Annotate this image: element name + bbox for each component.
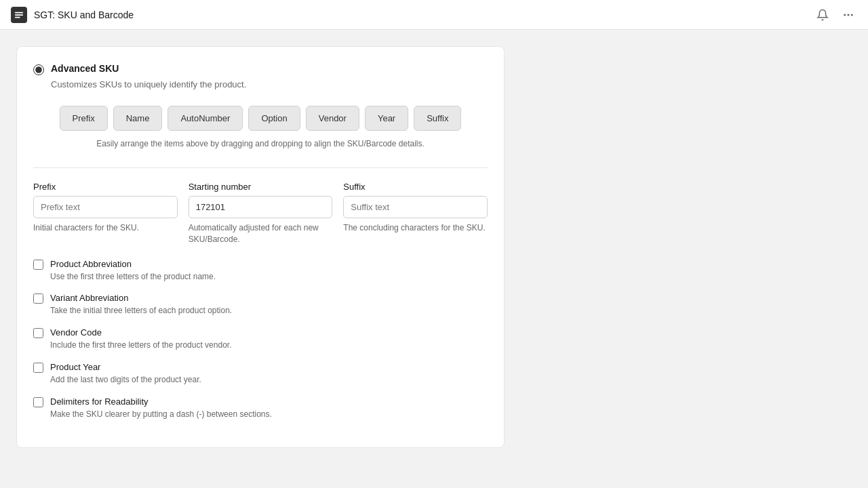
variant-abbreviation-label: Variant Abbreviation bbox=[50, 293, 128, 303]
checkbox-row-variant-abbreviation: Variant Abbreviation bbox=[33, 293, 488, 304]
sku-card: Advanced SKU Customizes SKUs to uniquely… bbox=[16, 46, 505, 448]
vendor-code-checkbox[interactable] bbox=[33, 328, 43, 338]
delimiters-label: Delimiters for Readability bbox=[50, 396, 149, 407]
svg-point-5 bbox=[851, 14, 853, 16]
product-abbreviation-label: Product Abbreviation bbox=[50, 259, 132, 269]
svg-rect-0 bbox=[15, 12, 23, 13]
drag-item-prefix[interactable]: Prefix bbox=[60, 106, 108, 131]
starting-number-input[interactable] bbox=[189, 196, 333, 218]
product-year-checkbox[interactable] bbox=[33, 363, 43, 373]
starting-number-field-group: Starting number Automatically adjusted f… bbox=[189, 182, 333, 245]
delimiters-desc: Make the SKU clearer by putting a dash (… bbox=[50, 409, 488, 420]
checkbox-item-vendor-code: Vendor Code Include the first three lett… bbox=[33, 327, 488, 351]
drag-item-autonumber[interactable]: AutoNumber bbox=[167, 106, 243, 131]
checkbox-row-delimiters: Delimiters for Readability bbox=[33, 396, 488, 407]
header: SGT: SKU and Barcode bbox=[0, 0, 868, 30]
product-abbreviation-checkbox[interactable] bbox=[33, 260, 43, 270]
checkbox-item-variant-abbreviation: Variant Abbreviation Take the initial th… bbox=[33, 293, 488, 317]
vendor-code-label: Vendor Code bbox=[50, 327, 102, 338]
drag-item-name[interactable]: Name bbox=[113, 106, 163, 131]
checkbox-row-product-abbreviation: Product Abbreviation bbox=[33, 259, 488, 270]
prefix-hint: Initial characters for the SKU. bbox=[33, 222, 178, 234]
header-right bbox=[814, 6, 857, 24]
divider bbox=[33, 167, 488, 168]
product-year-desc: Add the last two digits of the product y… bbox=[50, 374, 488, 386]
more-options-button[interactable] bbox=[840, 6, 857, 24]
drag-item-suffix[interactable]: Suffix bbox=[414, 106, 461, 131]
svg-rect-2 bbox=[15, 16, 20, 18]
svg-rect-1 bbox=[15, 14, 23, 16]
advanced-sku-radio[interactable] bbox=[33, 64, 44, 75]
checkbox-row-product-year: Product Year bbox=[33, 362, 488, 373]
drag-item-vendor[interactable]: Vendor bbox=[306, 106, 359, 131]
suffix-hint: The concluding characters for the SKU. bbox=[343, 222, 488, 234]
product-abbreviation-desc: Use the first three letters of the produ… bbox=[50, 271, 488, 283]
drag-items-container: Prefix Name AutoNumber Option Vendor Yea… bbox=[33, 106, 488, 131]
prefix-input[interactable] bbox=[33, 196, 178, 218]
variant-abbreviation-checkbox[interactable] bbox=[33, 293, 43, 304]
header-left: SGT: SKU and Barcode bbox=[11, 7, 134, 23]
variant-abbreviation-desc: Take the initial three letters of each p… bbox=[50, 305, 488, 317]
advanced-sku-title: Advanced SKU bbox=[51, 63, 119, 74]
drag-item-year[interactable]: Year bbox=[365, 106, 408, 131]
checkbox-item-delimiters: Delimiters for Readability Make the SKU … bbox=[33, 396, 488, 420]
page-title: SGT: SKU and Barcode bbox=[34, 9, 134, 20]
product-year-label: Product Year bbox=[50, 362, 100, 372]
checkboxes-section: Product Abbreviation Use the first three… bbox=[33, 259, 488, 420]
checkbox-item-product-abbreviation: Product Abbreviation Use the first three… bbox=[33, 259, 488, 283]
suffix-field-group: Suffix The concluding characters for the… bbox=[343, 182, 488, 245]
advanced-sku-radio-section: Advanced SKU bbox=[33, 63, 488, 75]
notifications-button[interactable] bbox=[814, 6, 831, 24]
starting-number-label: Starting number bbox=[189, 182, 333, 192]
drag-hint: Easily arrange the items above by draggi… bbox=[33, 139, 488, 148]
suffix-label: Suffix bbox=[343, 182, 488, 192]
prefix-field-group: Prefix Initial characters for the SKU. bbox=[33, 182, 178, 245]
advanced-sku-subtitle: Customizes SKUs to uniquely identify the… bbox=[51, 79, 488, 89]
checkbox-item-product-year: Product Year Add the last two digits of … bbox=[33, 362, 488, 386]
svg-point-4 bbox=[848, 14, 850, 16]
suffix-input[interactable] bbox=[343, 196, 488, 218]
fields-row: Prefix Initial characters for the SKU. S… bbox=[33, 182, 488, 245]
main-content: Advanced SKU Customizes SKUs to uniquely… bbox=[0, 30, 868, 488]
starting-number-hint: Automatically adjusted for each new SKU/… bbox=[189, 222, 333, 245]
drag-item-option[interactable]: Option bbox=[248, 106, 300, 131]
app-icon bbox=[11, 7, 27, 23]
prefix-label: Prefix bbox=[33, 182, 178, 192]
vendor-code-desc: Include the first three letters of the p… bbox=[50, 340, 488, 351]
svg-point-3 bbox=[844, 14, 846, 16]
checkbox-row-vendor-code: Vendor Code bbox=[33, 327, 488, 338]
delimiters-checkbox[interactable] bbox=[33, 397, 43, 407]
